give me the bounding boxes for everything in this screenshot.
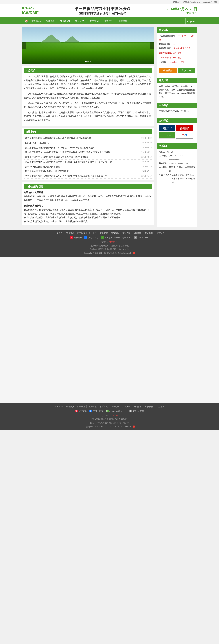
news-item[interactable]: 第二届生物医学预测的数据ICM数据开始研究 [2014-07-11] bbox=[24, 169, 152, 174]
icp-number: 070968 号 bbox=[109, 241, 118, 243]
news-item[interactable]: 基本推荐分析药学与生物技术直播，出席第三届中国生物医药与科学的国际学术会议说明 … bbox=[24, 150, 152, 155]
nav-language[interactable]: English ▾ bbox=[186, 18, 197, 24]
news-item-date: [2014-05-17] bbox=[141, 175, 152, 178]
news-item-date: [2014-08-18] bbox=[141, 156, 152, 159]
organizer-content: 国际管理科学与工程技术学术协会 bbox=[157, 108, 197, 115]
slide-dot-2[interactable] bbox=[88, 60, 89, 62]
news-item[interactable]: 第二届中国生物医药与科学的国际学术会议(ICBDF2014)已在即将开幕学者会场… bbox=[24, 160, 152, 164]
nav-guests[interactable]: 特邀嘉宾 bbox=[43, 18, 58, 24]
partner-logo-cscd: CSCD bbox=[176, 132, 193, 138]
footer2-inner: 公司简介 投稿协议 广告服务 银行汇款 联系方式 在线客服 法律声明 问题解答 … bbox=[22, 405, 197, 428]
footer-email[interactable]: 博 博客微博 webmaster@csdn.net bbox=[101, 236, 131, 239]
footer2-link-agreement[interactable]: 投稿协议 bbox=[65, 405, 75, 408]
news-item[interactable]: 关于2014农业国际知识更新的前进提示 [2014-07-29] bbox=[24, 164, 152, 169]
topics-title: 大会主题与议题 bbox=[24, 184, 152, 189]
footer2-link-about[interactable]: 公司简介 bbox=[54, 405, 64, 408]
date-value-2: 4月16日 bbox=[174, 43, 181, 45]
nav-home[interactable]: 🏠 bbox=[22, 18, 28, 24]
nav-contact[interactable]: 联系我们 bbox=[116, 18, 131, 24]
nav-org[interactable]: 组织机构 bbox=[58, 18, 72, 24]
footer2-email[interactable]: 博 webmaster@csdn.net bbox=[106, 410, 126, 412]
logo-area: ICFAS ICWRME bbox=[22, 6, 39, 15]
slide-prev-button[interactable]: ‹ bbox=[22, 42, 26, 49]
footer: 公司简介 投稿协议 广告服务 银行汇款 联系方式 在线客服 法律声明 问题解答 … bbox=[0, 230, 219, 256]
footer-link-legal[interactable]: 法律声明 bbox=[121, 232, 132, 234]
topbar-language[interactable]: Language:中文版 bbox=[203, 1, 217, 3]
slide-dot-1[interactable] bbox=[85, 60, 86, 62]
news-section: 会议新闻 第二届中国生物医药与科学的国际学术会议遴选推荐 引多家媒体报道 [20… bbox=[22, 128, 154, 180]
organizer-name: 国际管理科学与工程技术学术协会 bbox=[159, 110, 195, 113]
news-title: 会议新闻 bbox=[24, 130, 152, 134]
news-item-date: [2014-08-18] bbox=[141, 146, 152, 149]
partner-logo-echview: EChview bbox=[159, 132, 176, 138]
footer2-weibo[interactable]: 微 新浪微博 bbox=[75, 410, 86, 412]
nav-overview[interactable]: 会议概况 bbox=[28, 18, 43, 24]
important-dates-box: 重要日期 中文摘要提交日期： 2014年2月1日-4月7日 投稿截止日期： 4月… bbox=[157, 27, 197, 75]
header-title: 第三届食品与农业科学国际会议 暨第四届水资源管理与工程国际会议 bbox=[39, 6, 167, 15]
news-item-text: 第二届中国生物医药与科学的国际学术会议遴选推荐 引多家媒体报道 bbox=[24, 137, 139, 140]
subscribe-button[interactable]: 加入订阅 bbox=[178, 68, 195, 73]
news-item[interactable]: 第二届中国生物医药与科学的国际学术会议(ICBDF2014)已发现教育图像学术会… bbox=[24, 174, 152, 179]
nav-history[interactable]: 会议历史 bbox=[102, 18, 116, 24]
news-item-date: [2014-07-29] bbox=[141, 165, 152, 168]
footer2-link-partner[interactable]: 加合伙伴 bbox=[144, 405, 154, 408]
footer-phone-value: 400-600-2320 bbox=[138, 236, 149, 238]
footer-email-value: webmaster@csdn.net bbox=[114, 236, 131, 238]
footer-phone[interactable]: ☎ 400-600-2320 bbox=[134, 236, 149, 239]
topbar-iamset[interactable]: IAMSET bbox=[173, 1, 180, 3]
footer-weibo[interactable]: 微 新浪微博 bbox=[70, 236, 82, 239]
slide-next-button[interactable]: › bbox=[150, 42, 154, 49]
partner-content: e EngineeringVillage THOMSONREUTERS EChv… bbox=[157, 123, 197, 140]
nav-cfp[interactable]: 大会征文 bbox=[72, 18, 87, 24]
news-item[interactable]: 第二届中国生物医药与科学的国际学术会议(ICBDF2014) 第二轮会议通知 [… bbox=[24, 146, 152, 150]
date-label-3: 录用通知日期： bbox=[159, 47, 173, 50]
footer2-company: 北京创新科技股份技术有限公司 首席科研机 bbox=[22, 418, 197, 421]
footer-weibo-text: 新浪微博 bbox=[74, 236, 82, 239]
footer2-icp: 京ICP证 070968 号 bbox=[22, 414, 197, 418]
footer2-link-legal[interactable]: 法律声明 bbox=[121, 405, 132, 408]
paper-pub-box: 论文出版 本届大会将选出优秀论文发表至EI/ISCI数据库期刊，此外，大会亦将部… bbox=[157, 78, 197, 100]
slide-dot-3[interactable] bbox=[90, 60, 91, 62]
footer-link-faq[interactable]: 问题解答 bbox=[133, 232, 143, 234]
footer-nav: 公司简介 投稿协议 广告服务 银行汇款 联系方式 在线客服 法律声明 问题解答 … bbox=[22, 232, 197, 234]
date-item-1: 中文摘要提交日期： 2014年2月1日-4月7日 bbox=[159, 34, 195, 42]
news-item[interactable]: ICBDF2014 会议日期已定 [2014-09-20] bbox=[24, 141, 152, 146]
logo-icfas: ICFAS bbox=[22, 6, 39, 10]
topic-head-2: 农业科技方面领域， bbox=[24, 204, 152, 208]
footer2-link-faq[interactable]: 问题解答 bbox=[133, 405, 143, 408]
footer2-link-charity[interactable]: 公益拓展 bbox=[155, 405, 166, 408]
footer2-link-service[interactable]: 在线客服 bbox=[110, 405, 120, 408]
partner-logos: e EngineeringVillage THOMSONREUTERS EChv… bbox=[159, 125, 195, 138]
footer-link-about[interactable]: 公司简介 bbox=[54, 232, 64, 234]
footer2-phone[interactable]: ☎ 400-600-2320 bbox=[129, 410, 144, 412]
main-content: ‹ › 大会简介 农业科技的飞速发展，使得人人类的许多梦想成为了现实，直面向，环… bbox=[22, 27, 197, 227]
submit-button[interactable]: 投稿系统 bbox=[159, 68, 177, 73]
news-item-text: 农业生产科学方面的与生物技术的方面技术以中国生物技术进展向 bbox=[24, 156, 139, 159]
content-left: ‹ › 大会简介 农业科技的飞速发展，使得人人类的许多梦想成为了现实，直面向，环… bbox=[22, 27, 154, 227]
footer-info: 京ICP证 070968 号 北京创新科技股份技术有限公司 首席科研机 江苏与初… bbox=[22, 240, 197, 255]
footer2-link-ads[interactable]: 广告服务 bbox=[76, 405, 86, 408]
topics-content: 食品方向：食品议题 微生物检测、食品发酵、食品安全和食品品质和质量管理等技术，食… bbox=[24, 191, 152, 224]
footer2-alipay[interactable]: 支 支付宝零号 bbox=[89, 410, 103, 412]
footer-link-agreement[interactable]: 投稿协议 bbox=[65, 232, 75, 234]
footer-link-service[interactable]: 在线客服 bbox=[110, 232, 120, 234]
footer-link-contact[interactable]: 联系方式 bbox=[99, 232, 109, 234]
empty-space bbox=[0, 256, 219, 402]
nav-info[interactable]: 参会须知 bbox=[87, 18, 102, 24]
news-item-text: 第二届中国生物医药与科学的国际学术会议(ICBDF2014)已在即将开幕学者会场… bbox=[24, 160, 139, 164]
nav-bar: 🏠 会议概况 特邀嘉宾 组织机构 大会征文 参会须知 会议历史 联系我们 Eng… bbox=[0, 18, 219, 24]
footer2-link-contact[interactable]: 联系方式 bbox=[99, 405, 109, 408]
footer-alipay[interactable]: 支 支付宝零号 bbox=[84, 236, 98, 239]
date-value-6: 2014年4月11-13日 bbox=[170, 61, 185, 63]
footer-link-bank[interactable]: 银行汇款 bbox=[88, 232, 98, 234]
contact-org: 承办机构： 河南省大先进水主金玻璃城联网 bbox=[159, 165, 195, 173]
news-item[interactable]: 第二届中国生物医药与科学的国际学术会议遴选推荐 引多家媒体报道 [2014-10… bbox=[24, 136, 152, 141]
news-item[interactable]: 农业生产科学方面的与生物技术的方面技术以中国生物技术进展向 [2014-08-1… bbox=[24, 155, 152, 160]
topbar-conference[interactable]: IAMSET Conference bbox=[183, 1, 200, 3]
footer-link-charity[interactable]: 公益拓展 bbox=[155, 232, 166, 234]
date-label-1: 中文摘要提交日期： bbox=[159, 35, 177, 37]
date-value-4: 2014年3月16日（第一轮） bbox=[159, 52, 182, 54]
footer-link-ads[interactable]: 广告服务 bbox=[76, 232, 86, 234]
footer-link-partner[interactable]: 加合伙伴 bbox=[144, 232, 154, 234]
footer2-link-bank[interactable]: 银行汇款 bbox=[88, 405, 98, 408]
